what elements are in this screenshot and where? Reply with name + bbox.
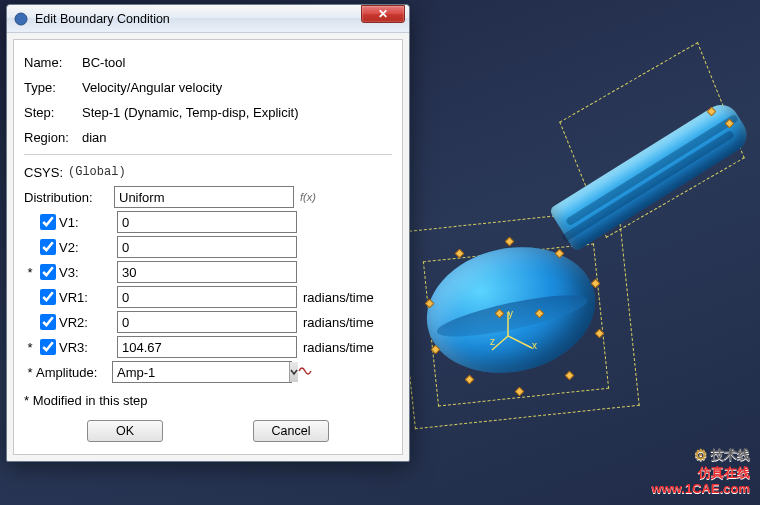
app-icon [13, 11, 29, 27]
v1-checkbox[interactable] [40, 214, 56, 230]
csys-label: CSYS: [24, 165, 68, 180]
vr1-checkbox[interactable] [40, 289, 56, 305]
modified-note: * Modified in this step [24, 393, 392, 408]
gear-icon: ⚙ [694, 446, 707, 465]
amplitude-combo[interactable] [112, 361, 292, 383]
amplitude-input[interactable] [113, 363, 289, 382]
amplitude-label: Amplitude: [36, 365, 112, 380]
close-icon: ✕ [378, 7, 388, 21]
titlebar[interactable]: Edit Boundary Condition ✕ [7, 5, 409, 33]
name-label: Name: [24, 55, 82, 70]
svg-line-2 [492, 336, 508, 350]
region-value: dian [82, 130, 392, 145]
star: * [24, 265, 36, 280]
viewport-3d[interactable]: y x z [396, 50, 756, 450]
vr2-unit: radians/time [303, 315, 374, 330]
fx-icon[interactable]: f(x) [300, 191, 316, 203]
v2-input[interactable] [117, 236, 297, 258]
v3-input[interactable] [117, 261, 297, 283]
vr3-input[interactable] [117, 336, 297, 358]
watermark: ⚙技术线 仿真在线 www.1CAE.com [652, 446, 750, 497]
v1-input[interactable] [117, 211, 297, 233]
watermark-url: www.1CAE.com [652, 481, 750, 497]
watermark-brand-cn: 仿真在线 [652, 465, 750, 481]
name-value: BC-tool [82, 55, 392, 70]
vr1-input[interactable] [117, 286, 297, 308]
amplitude-curve-icon[interactable] [298, 364, 314, 381]
svg-line-1 [508, 336, 532, 348]
step-value: Step-1 (Dynamic, Temp-disp, Explicit) [82, 105, 392, 120]
type-label: Type: [24, 80, 82, 95]
star: * [24, 340, 36, 355]
dialog-title: Edit Boundary Condition [35, 12, 361, 26]
v3-label: V3: [59, 265, 117, 280]
distribution-label: Distribution: [24, 190, 114, 205]
vr3-unit: radians/time [303, 340, 374, 355]
step-label: Step: [24, 105, 82, 120]
csys-value: (Global) [68, 165, 126, 179]
vr3-label: VR3: [59, 340, 117, 355]
vr3-checkbox[interactable] [40, 339, 56, 355]
region-label: Region: [24, 130, 82, 145]
v2-checkbox[interactable] [40, 239, 56, 255]
v3-checkbox[interactable] [40, 264, 56, 280]
vr2-checkbox[interactable] [40, 314, 56, 330]
separator [24, 154, 392, 155]
vr2-label: VR2: [59, 315, 117, 330]
ok-button[interactable]: OK [87, 420, 163, 442]
watermark-brand-en: 技术线 [711, 447, 750, 463]
vr1-label: VR1: [59, 290, 117, 305]
distribution-input[interactable] [114, 186, 294, 208]
type-value: Velocity/Angular velocity [82, 80, 392, 95]
close-button[interactable]: ✕ [361, 5, 405, 23]
chevron-down-icon[interactable] [289, 362, 298, 382]
dialog-body: Name: BC-tool Type: Velocity/Angular vel… [13, 39, 403, 455]
vr1-unit: radians/time [303, 290, 374, 305]
svg-point-3 [15, 13, 27, 25]
v1-label: V1: [59, 215, 117, 230]
cancel-button[interactable]: Cancel [253, 420, 329, 442]
vr2-input[interactable] [117, 311, 297, 333]
star: * [24, 365, 36, 380]
edit-bc-dialog: Edit Boundary Condition ✕ Name: BC-tool … [6, 4, 410, 462]
v2-label: V2: [59, 240, 117, 255]
